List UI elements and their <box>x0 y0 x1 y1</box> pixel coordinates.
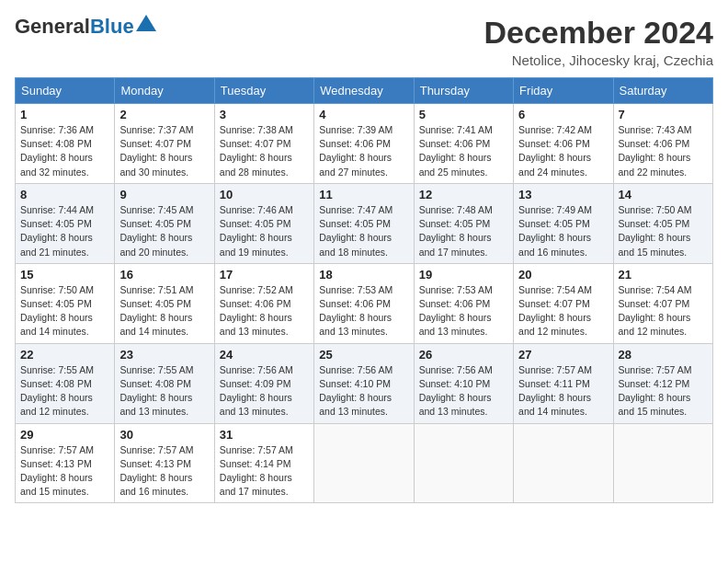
logo-icon <box>136 15 156 31</box>
calendar-cell: 20 Sunrise: 7:54 AMSunset: 4:07 PMDaylig… <box>514 263 613 343</box>
day-info: Sunrise: 7:57 AMSunset: 4:11 PMDaylight:… <box>518 364 592 418</box>
svg-marker-0 <box>136 15 156 31</box>
calendar-cell: 19 Sunrise: 7:53 AMSunset: 4:06 PMDaylig… <box>414 263 513 343</box>
day-number: 18 <box>319 268 408 282</box>
day-number: 21 <box>619 268 708 282</box>
calendar-cell: 1 Sunrise: 7:36 AMSunset: 4:08 PMDayligh… <box>16 104 115 184</box>
calendar-cell <box>314 423 414 503</box>
page-header: General Blue December 2024 Netolice, Jih… <box>15 15 713 68</box>
day-info: Sunrise: 7:53 AMSunset: 4:06 PMDaylight:… <box>419 284 493 338</box>
calendar-cell: 28 Sunrise: 7:57 AMSunset: 4:12 PMDaylig… <box>613 343 712 423</box>
day-info: Sunrise: 7:54 AMSunset: 4:07 PMDaylight:… <box>619 284 692 338</box>
calendar-table: SundayMondayTuesdayWednesdayThursdayFrid… <box>15 77 713 503</box>
day-number: 14 <box>619 188 708 201</box>
col-header-wednesday: Wednesday <box>314 78 414 104</box>
calendar-cell: 26 Sunrise: 7:56 AMSunset: 4:10 PMDaylig… <box>414 343 513 423</box>
calendar-cell: 29 Sunrise: 7:57 AMSunset: 4:13 PMDaylig… <box>16 423 115 503</box>
col-header-tuesday: Tuesday <box>214 78 313 104</box>
day-info: Sunrise: 7:56 AMSunset: 4:10 PMDaylight:… <box>319 364 392 418</box>
day-number: 16 <box>119 268 209 282</box>
day-info: Sunrise: 7:52 AMSunset: 4:06 PMDaylight:… <box>220 284 293 338</box>
day-info: Sunrise: 7:47 AMSunset: 4:05 PMDaylight:… <box>319 204 392 258</box>
day-info: Sunrise: 7:50 AMSunset: 4:05 PMDaylight:… <box>619 204 692 258</box>
day-info: Sunrise: 7:56 AMSunset: 4:09 PMDaylight:… <box>220 364 293 418</box>
day-number: 10 <box>220 188 309 201</box>
calendar-cell: 2 Sunrise: 7:37 AMSunset: 4:07 PMDayligh… <box>115 104 214 184</box>
logo-blue: Blue <box>90 15 134 39</box>
day-info: Sunrise: 7:37 AMSunset: 4:07 PMDaylight:… <box>119 124 193 178</box>
col-header-friday: Friday <box>514 78 613 104</box>
calendar-cell: 4 Sunrise: 7:39 AMSunset: 4:06 PMDayligh… <box>314 104 414 184</box>
calendar-cell: 24 Sunrise: 7:56 AMSunset: 4:09 PMDaylig… <box>214 343 313 423</box>
day-number: 3 <box>220 108 309 121</box>
day-info: Sunrise: 7:51 AMSunset: 4:05 PMDaylight:… <box>119 284 193 338</box>
day-info: Sunrise: 7:38 AMSunset: 4:07 PMDaylight:… <box>220 124 293 178</box>
calendar-cell: 17 Sunrise: 7:52 AMSunset: 4:06 PMDaylig… <box>214 263 313 343</box>
day-number: 5 <box>419 108 508 121</box>
day-info: Sunrise: 7:55 AMSunset: 4:08 PMDaylight:… <box>20 364 94 418</box>
day-info: Sunrise: 7:57 AMSunset: 4:14 PMDaylight:… <box>220 444 293 498</box>
day-info: Sunrise: 7:57 AMSunset: 4:13 PMDaylight:… <box>20 444 94 498</box>
calendar-cell: 6 Sunrise: 7:42 AMSunset: 4:06 PMDayligh… <box>514 104 613 184</box>
calendar-cell: 7 Sunrise: 7:43 AMSunset: 4:06 PMDayligh… <box>613 104 712 184</box>
calendar-cell: 30 Sunrise: 7:57 AMSunset: 4:13 PMDaylig… <box>115 423 214 503</box>
day-number: 26 <box>419 348 508 362</box>
calendar-cell <box>414 423 513 503</box>
day-number: 30 <box>119 428 209 442</box>
day-info: Sunrise: 7:39 AMSunset: 4:06 PMDaylight:… <box>319 124 392 178</box>
calendar-cell <box>613 423 712 503</box>
day-info: Sunrise: 7:43 AMSunset: 4:06 PMDaylight:… <box>619 124 692 178</box>
day-number: 1 <box>20 108 109 121</box>
calendar-cell: 25 Sunrise: 7:56 AMSunset: 4:10 PMDaylig… <box>314 343 414 423</box>
day-info: Sunrise: 7:49 AMSunset: 4:05 PMDaylight:… <box>518 204 592 258</box>
calendar-cell: 18 Sunrise: 7:53 AMSunset: 4:06 PMDaylig… <box>314 263 414 343</box>
day-number: 31 <box>220 428 309 442</box>
day-info: Sunrise: 7:50 AMSunset: 4:05 PMDaylight:… <box>20 284 94 338</box>
month-title: December 2024 <box>483 15 713 51</box>
col-header-saturday: Saturday <box>613 78 712 104</box>
day-number: 4 <box>319 108 408 121</box>
day-info: Sunrise: 7:44 AMSunset: 4:05 PMDaylight:… <box>20 204 94 258</box>
day-number: 8 <box>20 188 109 201</box>
title-area: December 2024 Netolice, Jihocesky kraj, … <box>483 15 713 68</box>
day-info: Sunrise: 7:36 AMSunset: 4:08 PMDaylight:… <box>20 124 94 178</box>
day-info: Sunrise: 7:54 AMSunset: 4:07 PMDaylight:… <box>518 284 592 338</box>
day-number: 2 <box>119 108 209 121</box>
calendar-cell: 13 Sunrise: 7:49 AMSunset: 4:05 PMDaylig… <box>514 183 613 263</box>
day-number: 28 <box>619 348 708 362</box>
col-header-thursday: Thursday <box>414 78 513 104</box>
day-info: Sunrise: 7:53 AMSunset: 4:06 PMDaylight:… <box>319 284 392 338</box>
col-header-sunday: Sunday <box>16 78 115 104</box>
day-number: 27 <box>518 348 608 362</box>
calendar-cell: 14 Sunrise: 7:50 AMSunset: 4:05 PMDaylig… <box>613 183 712 263</box>
day-info: Sunrise: 7:57 AMSunset: 4:12 PMDaylight:… <box>619 364 692 418</box>
calendar-cell: 12 Sunrise: 7:48 AMSunset: 4:05 PMDaylig… <box>414 183 513 263</box>
calendar-cell: 9 Sunrise: 7:45 AMSunset: 4:05 PMDayligh… <box>115 183 214 263</box>
day-info: Sunrise: 7:55 AMSunset: 4:08 PMDaylight:… <box>119 364 193 418</box>
day-info: Sunrise: 7:41 AMSunset: 4:06 PMDaylight:… <box>419 124 493 178</box>
day-number: 25 <box>319 348 408 362</box>
day-number: 19 <box>419 268 508 282</box>
day-number: 7 <box>619 108 708 121</box>
day-number: 23 <box>119 348 209 362</box>
day-info: Sunrise: 7:48 AMSunset: 4:05 PMDaylight:… <box>419 204 493 258</box>
calendar-cell: 5 Sunrise: 7:41 AMSunset: 4:06 PMDayligh… <box>414 104 513 184</box>
day-number: 11 <box>319 188 408 201</box>
day-info: Sunrise: 7:42 AMSunset: 4:06 PMDaylight:… <box>518 124 592 178</box>
calendar-cell: 27 Sunrise: 7:57 AMSunset: 4:11 PMDaylig… <box>514 343 613 423</box>
calendar-cell: 10 Sunrise: 7:46 AMSunset: 4:05 PMDaylig… <box>214 183 313 263</box>
day-number: 6 <box>518 108 608 121</box>
calendar-cell: 15 Sunrise: 7:50 AMSunset: 4:05 PMDaylig… <box>16 263 115 343</box>
day-info: Sunrise: 7:45 AMSunset: 4:05 PMDaylight:… <box>119 204 193 258</box>
calendar-cell: 8 Sunrise: 7:44 AMSunset: 4:05 PMDayligh… <box>16 183 115 263</box>
calendar-cell: 23 Sunrise: 7:55 AMSunset: 4:08 PMDaylig… <box>115 343 214 423</box>
calendar-cell: 3 Sunrise: 7:38 AMSunset: 4:07 PMDayligh… <box>214 104 313 184</box>
day-number: 24 <box>220 348 309 362</box>
day-number: 17 <box>220 268 309 282</box>
calendar-cell: 22 Sunrise: 7:55 AMSunset: 4:08 PMDaylig… <box>16 343 115 423</box>
day-number: 12 <box>419 188 508 201</box>
day-number: 9 <box>119 188 209 201</box>
logo-general: General <box>15 15 90 39</box>
day-info: Sunrise: 7:46 AMSunset: 4:05 PMDaylight:… <box>220 204 293 258</box>
day-info: Sunrise: 7:57 AMSunset: 4:13 PMDaylight:… <box>119 444 193 498</box>
